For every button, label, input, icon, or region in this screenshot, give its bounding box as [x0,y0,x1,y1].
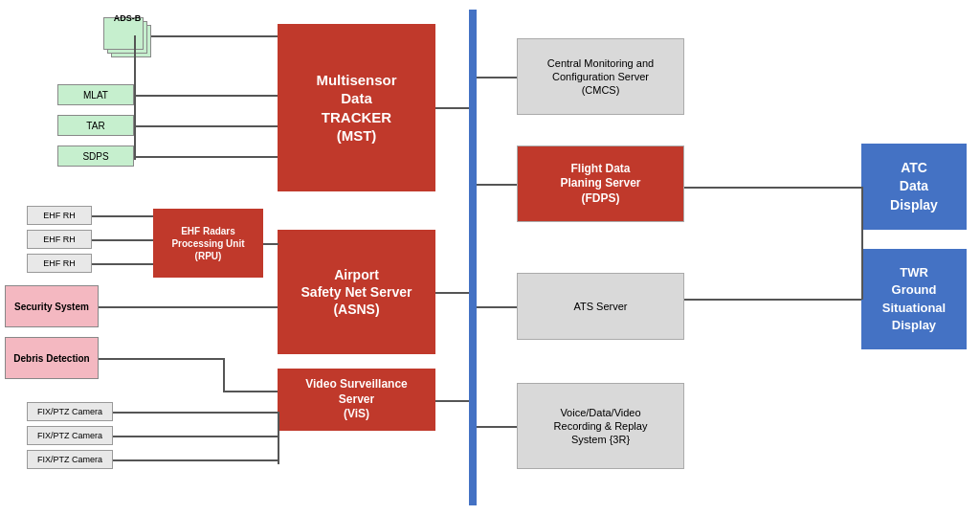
rpu-to-asns-line [263,243,278,245]
vis-box: Video SurveillanceServer(ViS) [278,369,435,431]
recording-box: Voice/Data/VideoRecording & ReplaySystem… [517,383,684,469]
asns-box: AirportSafety Net Server(ASNS) [278,230,435,354]
vis-to-divider-line [435,400,469,402]
cam1-to-vis-line [113,412,278,414]
ads-b-label: ADS-B [107,13,147,23]
debris-vline [223,358,225,391]
camera-1-box: FIX/PTZ Camera [27,402,113,421]
ehf-rh-2-box: EHF RH [27,230,92,249]
divider-to-fdps-line [477,184,517,186]
mst-box: MultisensorDataTRACKER(MST) [278,24,435,191]
cmcs-box: Central Monitoring andConfiguration Serv… [517,38,684,115]
mlat-to-mst-line [134,95,278,97]
sdps-to-mst-line [134,156,278,158]
fdps-box: Flight DataPlaning Server(FDPS) [517,146,684,222]
adsb-to-mst-line [151,35,278,37]
cam2-to-vis-line [113,436,278,437]
divider-to-ats-line [477,306,517,308]
right-vline [861,187,863,300]
camera-3-box: FIX/PTZ Camera [27,450,113,469]
debris-detection-box: Debris Detection [5,337,99,379]
ehf1-to-rpu-line [92,215,153,217]
security-system-box: Security System [5,285,99,327]
ehf2-to-rpu-line [92,239,153,241]
debris-to-vis-line [99,358,223,360]
asns-to-divider-line [435,292,469,294]
ehf-rh-1-box: EHF RH [27,206,92,225]
divider-to-recording-line [477,426,517,428]
mst-to-divider-line [435,107,469,109]
cam3-to-vis-line [113,459,278,461]
fdps-to-atc-line [684,187,861,189]
cam-vline [278,412,279,464]
camera-2-box: FIX/PTZ Camera [27,426,113,445]
sdps-box: SDPS [57,146,134,167]
vertical-divider [469,10,477,505]
security-to-asns-line [99,306,278,308]
mlat-box: MLAT [57,84,134,105]
ats-to-twr-line [684,299,861,301]
ehf-rpu-box: EHF RadarsProcessing Unit(RPU) [153,209,263,278]
ehf-rh-3-box: EHF RH [27,254,92,273]
atc-display-box: ATCDataDisplay [861,144,967,230]
twr-display-box: TWRGroundSituationalDisplay [861,249,967,349]
tar-box: TAR [57,115,134,136]
divider-to-cmcs-line [477,77,517,78]
left-sensor-vline [134,35,136,160]
architecture-diagram: ADS-B MLAT TAR SDPS EHF RH EHF RH EHF RH… [0,0,980,515]
ats-server-box: ATS Server [517,273,684,340]
tar-to-mst-line [134,125,278,127]
debris-to-vis-h [223,391,278,392]
ehf3-to-rpu-line [92,263,153,265]
